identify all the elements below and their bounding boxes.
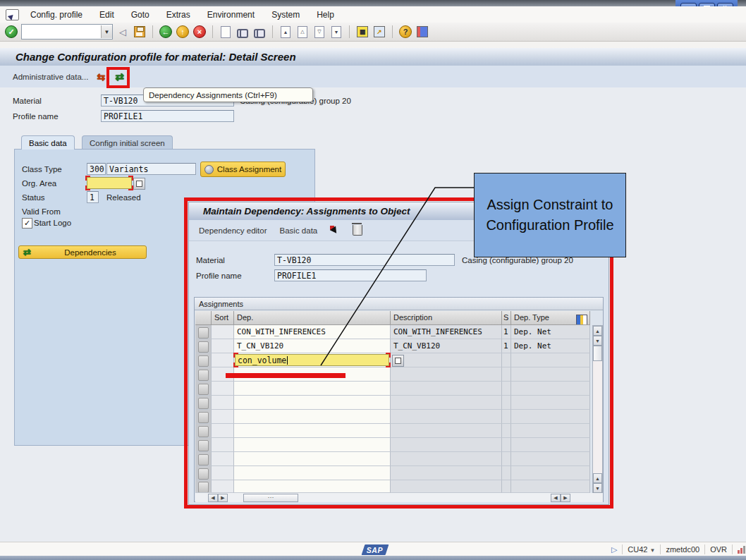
table-config-icon[interactable] bbox=[576, 315, 587, 325]
exit-button[interactable]: ↑ bbox=[176, 25, 190, 39]
system-menu-icon[interactable] bbox=[6, 9, 19, 20]
row-selector[interactable] bbox=[195, 353, 212, 367]
first-page-button[interactable]: ▲ bbox=[279, 25, 293, 39]
status-transaction[interactable]: CU42 ▼ bbox=[628, 545, 655, 554]
cancel-button[interactable]: × bbox=[192, 25, 207, 39]
table-row[interactable] bbox=[195, 452, 590, 466]
save-button[interactable] bbox=[133, 25, 147, 39]
table-row[interactable] bbox=[195, 396, 590, 410]
customize-layout-button[interactable] bbox=[415, 25, 429, 39]
col-sort[interactable]: Sort bbox=[212, 311, 234, 325]
command-input[interactable] bbox=[22, 25, 101, 39]
col-dep[interactable]: Dep. bbox=[234, 311, 391, 325]
table-row-input[interactable]: con_volume bbox=[195, 353, 590, 367]
scroll-right-button[interactable]: ▶ bbox=[561, 494, 570, 502]
vertical-scrollbar[interactable]: ▲ ▼ ▲ ▼ bbox=[592, 325, 603, 494]
scroll-down-button[interactable]: ▼ bbox=[593, 336, 602, 346]
menu-environment[interactable]: Environment bbox=[203, 8, 259, 21]
performance-icon bbox=[738, 545, 746, 554]
col-dep-type[interactable]: Dep. Type bbox=[511, 311, 590, 325]
table-row[interactable]: CON_WITH_INFERENCES CON_WITH_INFERENCES … bbox=[195, 325, 590, 339]
horizontal-scrollbar[interactable]: ◀ ▶ ··· ◀ ▶ bbox=[195, 493, 603, 502]
scroll-up-button[interactable]: ▲ bbox=[593, 326, 602, 336]
row-selector[interactable] bbox=[195, 325, 212, 339]
create-shortcut-button[interactable]: ↗ bbox=[372, 25, 386, 39]
previous-page-button[interactable]: △ bbox=[295, 25, 310, 39]
next-page-icon: ▽ bbox=[314, 26, 324, 38]
status-expand-icon[interactable]: ▷ bbox=[611, 545, 617, 554]
select-icon[interactable] bbox=[330, 226, 340, 236]
hscroll-thumb[interactable]: ··· bbox=[243, 494, 298, 502]
print-icon bbox=[221, 26, 231, 38]
text-cursor bbox=[287, 356, 288, 365]
dialog-profile-field[interactable]: PROFILE1 bbox=[274, 269, 427, 281]
new-session-button[interactable]: ▦ bbox=[355, 25, 369, 39]
help-button[interactable]: ? bbox=[398, 25, 412, 39]
table-row[interactable] bbox=[195, 410, 590, 424]
vscroll-thumb[interactable] bbox=[593, 346, 602, 361]
material-label: Material bbox=[13, 97, 42, 105]
col-description[interactable]: Description bbox=[391, 311, 502, 325]
menu-goto[interactable]: Goto bbox=[127, 8, 154, 21]
previous-page-icon: △ bbox=[298, 26, 307, 38]
col-s[interactable]: S bbox=[502, 311, 511, 325]
table-row[interactable] bbox=[195, 480, 590, 493]
scroll-right-button[interactable]: ▶ bbox=[218, 494, 228, 502]
window-top-edge bbox=[0, 0, 746, 6]
administrative-data-button[interactable]: Administrative data... bbox=[10, 71, 91, 83]
menu-edit[interactable]: Edit bbox=[95, 8, 118, 21]
menu-extras[interactable]: Extras bbox=[162, 8, 195, 21]
scroll-left-button[interactable]: ◀ bbox=[551, 494, 561, 502]
status-insert-mode[interactable]: OVR bbox=[710, 545, 727, 554]
class-assignment-button[interactable]: Class Assignment bbox=[200, 162, 286, 177]
cell-dep[interactable]: CON_WITH_INFERENCES bbox=[234, 325, 391, 339]
org-area-label: Org. Area bbox=[22, 179, 56, 188]
new-session-icon: ▦ bbox=[357, 26, 368, 37]
profile-name-field[interactable]: PROFILE1 bbox=[101, 110, 234, 122]
tab-basic-data[interactable]: Basic data bbox=[21, 135, 75, 150]
table-row[interactable] bbox=[195, 424, 590, 438]
tab-confign-initial-screen[interactable]: Confign initial screen bbox=[82, 135, 173, 150]
menu-system[interactable]: System bbox=[267, 8, 304, 21]
allocations-icon[interactable]: ⇆ bbox=[97, 71, 105, 83]
command-dropdown-icon[interactable]: ▼ bbox=[101, 25, 112, 38]
cell-s: 1 bbox=[502, 325, 511, 339]
start-logo-checkbox[interactable]: ✓ bbox=[22, 218, 32, 229]
menu-help[interactable]: Help bbox=[312, 8, 338, 21]
basic-data-button[interactable]: Basic data bbox=[280, 226, 318, 235]
find-button[interactable] bbox=[236, 25, 250, 39]
menu-bar: Config. profile Edit Goto Extras Environ… bbox=[0, 6, 746, 23]
table-row[interactable] bbox=[195, 438, 590, 452]
row-selector[interactable] bbox=[195, 339, 212, 353]
delete-icon[interactable] bbox=[353, 225, 362, 236]
scroll-down-button[interactable]: ▼ bbox=[593, 483, 602, 493]
status-field[interactable]: 1 bbox=[87, 191, 99, 203]
toolbar-separator bbox=[212, 25, 213, 38]
command-field: ▼ bbox=[21, 24, 113, 39]
table-header-row: Sort Dep. Description S Dep. Type bbox=[195, 311, 590, 325]
table-row[interactable] bbox=[195, 466, 590, 480]
dependencies-button[interactable]: ⇄ Dependencies bbox=[18, 245, 147, 259]
enter-button[interactable]: ✓ bbox=[4, 25, 18, 39]
status-text: Released bbox=[106, 193, 141, 202]
dep-matchcode-button[interactable] bbox=[392, 355, 404, 367]
status-session: zmetdc00 bbox=[666, 545, 699, 554]
print-button[interactable] bbox=[219, 25, 233, 39]
table-row[interactable] bbox=[195, 382, 590, 396]
find-next-button[interactable] bbox=[252, 25, 267, 39]
menu-config-profile[interactable]: Config. profile bbox=[26, 8, 87, 21]
scroll-left-button[interactable]: ◀ bbox=[208, 494, 218, 502]
dep-input[interactable]: con_volume bbox=[235, 354, 389, 366]
back-button[interactable]: ← bbox=[159, 25, 173, 39]
class-type-field[interactable]: 300 bbox=[87, 163, 106, 175]
next-page-button[interactable]: ▽ bbox=[312, 25, 326, 39]
cell-dep[interactable]: T_CN_VB120 bbox=[234, 339, 391, 353]
collapse-command-button[interactable]: ◁ bbox=[116, 25, 130, 39]
scroll-up-button[interactable]: ▲ bbox=[593, 473, 602, 483]
dependency-editor-button[interactable]: Dependency editor bbox=[199, 226, 267, 235]
dialog-material-field[interactable]: T-VB120 bbox=[274, 254, 455, 266]
last-page-button[interactable]: ▼ bbox=[329, 25, 343, 39]
org-area-field[interactable] bbox=[87, 177, 132, 189]
org-area-matchcode-button[interactable] bbox=[133, 178, 145, 190]
table-row[interactable]: T_CN_VB120 T_CN_VB120 1 Dep. Net bbox=[195, 339, 590, 353]
